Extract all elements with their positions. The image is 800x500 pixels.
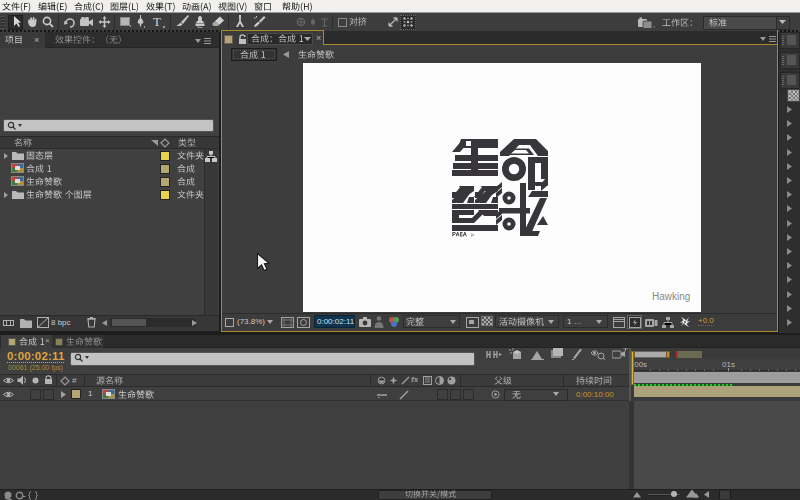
svg-text:T: T xyxy=(153,15,161,28)
